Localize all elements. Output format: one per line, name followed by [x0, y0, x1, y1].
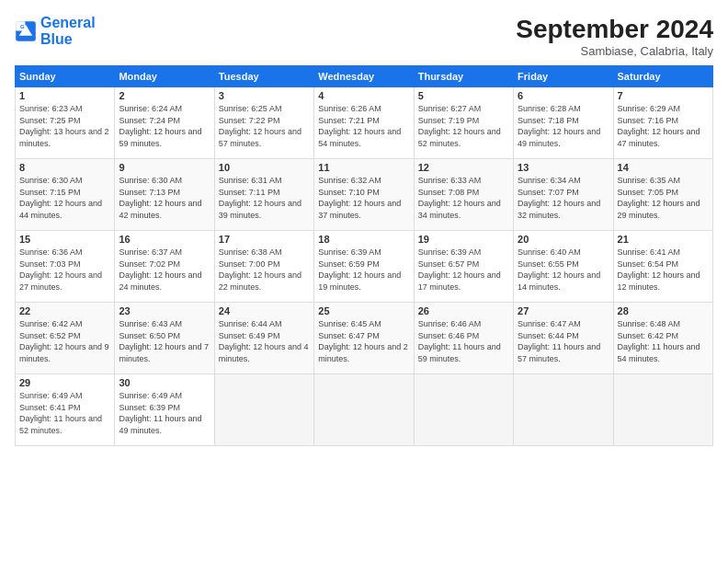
- logo: G General Blue: [15, 15, 96, 47]
- calendar-cell: 2Sunrise: 6:24 AMSunset: 7:24 PMDaylight…: [115, 87, 214, 159]
- calendar-cell: [314, 374, 414, 446]
- day-number: 6: [518, 90, 609, 101]
- calendar-cell: [214, 374, 313, 446]
- day-number: 27: [518, 305, 609, 316]
- day-number: 26: [418, 305, 509, 316]
- calendar-cell: 6Sunrise: 6:28 AMSunset: 7:18 PMDaylight…: [514, 87, 613, 159]
- day-number: 15: [19, 234, 110, 245]
- calendar-cell: 9Sunrise: 6:30 AMSunset: 7:13 PMDaylight…: [115, 159, 214, 231]
- day-info: Sunrise: 6:26 AMSunset: 7:21 PMDaylight:…: [318, 103, 409, 149]
- day-number: 18: [318, 234, 409, 245]
- day-info: Sunrise: 6:40 AMSunset: 6:55 PMDaylight:…: [518, 247, 609, 293]
- calendar-cell: 22Sunrise: 6:42 AMSunset: 6:52 PMDayligh…: [16, 303, 115, 374]
- day-number: 14: [618, 162, 709, 173]
- day-number: 23: [119, 305, 210, 316]
- subtitle: Sambiase, Calabria, Italy: [516, 44, 713, 58]
- day-info: Sunrise: 6:49 AMSunset: 6:39 PMDaylight:…: [119, 390, 210, 436]
- calendar-cell: [613, 374, 712, 446]
- calendar-cell: 12Sunrise: 6:33 AMSunset: 7:08 PMDayligh…: [414, 159, 513, 231]
- day-info: Sunrise: 6:31 AMSunset: 7:11 PMDaylight:…: [219, 175, 310, 221]
- calendar-table: SundayMondayTuesdayWednesdayThursdayFrid…: [15, 65, 713, 446]
- calendar-cell: 17Sunrise: 6:38 AMSunset: 7:00 PMDayligh…: [214, 231, 313, 303]
- day-info: Sunrise: 6:30 AMSunset: 7:13 PMDaylight:…: [119, 175, 210, 221]
- calendar-cell: 21Sunrise: 6:41 AMSunset: 6:54 PMDayligh…: [613, 231, 712, 303]
- day-number: 4: [318, 90, 409, 101]
- calendar-cell: 7Sunrise: 6:29 AMSunset: 7:16 PMDaylight…: [613, 87, 712, 159]
- day-info: Sunrise: 6:36 AMSunset: 7:03 PMDaylight:…: [19, 247, 110, 293]
- day-info: Sunrise: 6:42 AMSunset: 6:52 PMDaylight:…: [19, 318, 110, 364]
- calendar-cell: 16Sunrise: 6:37 AMSunset: 7:02 PMDayligh…: [115, 231, 214, 303]
- logo-line2: Blue: [40, 31, 73, 47]
- day-number: 2: [119, 90, 210, 101]
- calendar-cell: 3Sunrise: 6:25 AMSunset: 7:22 PMDaylight…: [214, 87, 313, 159]
- calendar-cell: 28Sunrise: 6:48 AMSunset: 6:42 PMDayligh…: [613, 303, 712, 374]
- day-info: Sunrise: 6:44 AMSunset: 6:49 PMDaylight:…: [219, 318, 310, 364]
- calendar-cell: 19Sunrise: 6:39 AMSunset: 6:57 PMDayligh…: [414, 231, 513, 303]
- calendar-cell: 14Sunrise: 6:35 AMSunset: 7:05 PMDayligh…: [613, 159, 712, 231]
- day-number: 17: [219, 234, 310, 245]
- day-number: 13: [518, 162, 609, 173]
- day-header-wednesday: Wednesday: [314, 66, 414, 87]
- day-info: Sunrise: 6:46 AMSunset: 6:46 PMDaylight:…: [418, 318, 509, 364]
- day-number: 16: [119, 234, 210, 245]
- day-info: Sunrise: 6:39 AMSunset: 6:59 PMDaylight:…: [318, 247, 409, 293]
- day-info: Sunrise: 6:43 AMSunset: 6:50 PMDaylight:…: [119, 318, 210, 364]
- day-info: Sunrise: 6:30 AMSunset: 7:15 PMDaylight:…: [19, 175, 110, 221]
- day-info: Sunrise: 6:48 AMSunset: 6:42 PMDaylight:…: [618, 318, 709, 364]
- logo-icon: G: [15, 20, 37, 42]
- calendar-cell: 15Sunrise: 6:36 AMSunset: 7:03 PMDayligh…: [16, 231, 115, 303]
- day-info: Sunrise: 6:39 AMSunset: 6:57 PMDaylight:…: [418, 247, 509, 293]
- day-number: 19: [418, 234, 509, 245]
- calendar-cell: 24Sunrise: 6:44 AMSunset: 6:49 PMDayligh…: [214, 303, 313, 374]
- day-number: 29: [19, 377, 110, 388]
- day-info: Sunrise: 6:29 AMSunset: 7:16 PMDaylight:…: [618, 103, 709, 149]
- svg-text:G: G: [20, 24, 25, 29]
- day-info: Sunrise: 6:34 AMSunset: 7:07 PMDaylight:…: [518, 175, 609, 221]
- day-number: 3: [219, 90, 310, 101]
- calendar-cell: 23Sunrise: 6:43 AMSunset: 6:50 PMDayligh…: [115, 303, 214, 374]
- day-number: 28: [618, 305, 709, 316]
- day-number: 21: [618, 234, 709, 245]
- day-number: 30: [119, 377, 210, 388]
- day-info: Sunrise: 6:24 AMSunset: 7:24 PMDaylight:…: [119, 103, 210, 149]
- day-info: Sunrise: 6:45 AMSunset: 6:47 PMDaylight:…: [318, 318, 409, 364]
- calendar-cell: 8Sunrise: 6:30 AMSunset: 7:15 PMDaylight…: [16, 159, 115, 231]
- day-info: Sunrise: 6:28 AMSunset: 7:18 PMDaylight:…: [518, 103, 609, 149]
- day-info: Sunrise: 6:47 AMSunset: 6:44 PMDaylight:…: [518, 318, 609, 364]
- day-header-tuesday: Tuesday: [214, 66, 313, 87]
- day-info: Sunrise: 6:49 AMSunset: 6:41 PMDaylight:…: [19, 390, 110, 436]
- calendar-cell: 10Sunrise: 6:31 AMSunset: 7:11 PMDayligh…: [214, 159, 313, 231]
- day-info: Sunrise: 6:27 AMSunset: 7:19 PMDaylight:…: [418, 103, 509, 149]
- day-number: 11: [318, 162, 409, 173]
- day-info: Sunrise: 6:32 AMSunset: 7:10 PMDaylight:…: [318, 175, 409, 221]
- calendar-cell: [414, 374, 513, 446]
- day-header-thursday: Thursday: [414, 66, 513, 87]
- day-number: 25: [318, 305, 409, 316]
- day-header-monday: Monday: [115, 66, 214, 87]
- day-info: Sunrise: 6:41 AMSunset: 6:54 PMDaylight:…: [618, 247, 709, 293]
- day-number: 24: [219, 305, 310, 316]
- day-header-friday: Friday: [514, 66, 613, 87]
- day-number: 1: [19, 90, 110, 101]
- day-number: 8: [19, 162, 110, 173]
- day-info: Sunrise: 6:25 AMSunset: 7:22 PMDaylight:…: [219, 103, 310, 149]
- day-header-sunday: Sunday: [16, 66, 115, 87]
- title-block: September 2024 Sambiase, Calabria, Italy: [516, 15, 713, 58]
- day-number: 20: [518, 234, 609, 245]
- calendar-cell: 4Sunrise: 6:26 AMSunset: 7:21 PMDaylight…: [314, 87, 414, 159]
- calendar-cell: [514, 374, 613, 446]
- day-number: 7: [618, 90, 709, 101]
- calendar-cell: 18Sunrise: 6:39 AMSunset: 6:59 PMDayligh…: [314, 231, 414, 303]
- day-number: 22: [19, 305, 110, 316]
- calendar-cell: 25Sunrise: 6:45 AMSunset: 6:47 PMDayligh…: [314, 303, 414, 374]
- day-number: 5: [418, 90, 509, 101]
- calendar-cell: 29Sunrise: 6:49 AMSunset: 6:41 PMDayligh…: [16, 374, 115, 446]
- day-info: Sunrise: 6:38 AMSunset: 7:00 PMDaylight:…: [219, 247, 310, 293]
- calendar-cell: 26Sunrise: 6:46 AMSunset: 6:46 PMDayligh…: [414, 303, 513, 374]
- day-info: Sunrise: 6:37 AMSunset: 7:02 PMDaylight:…: [119, 247, 210, 293]
- day-info: Sunrise: 6:33 AMSunset: 7:08 PMDaylight:…: [418, 175, 509, 221]
- day-number: 12: [418, 162, 509, 173]
- calendar-cell: 5Sunrise: 6:27 AMSunset: 7:19 PMDaylight…: [414, 87, 513, 159]
- month-title: September 2024: [516, 15, 713, 44]
- day-number: 10: [219, 162, 310, 173]
